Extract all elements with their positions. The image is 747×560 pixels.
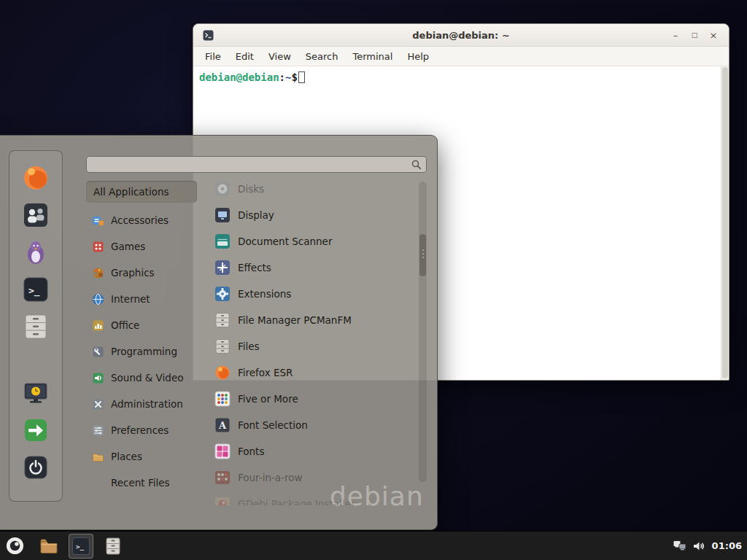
category-accessories[interactable]: Accessories [86,207,197,233]
menu-view[interactable]: View [261,51,298,62]
app-list-scrollbar[interactable] [419,182,427,482]
programming-icon [92,346,104,358]
app-item-files[interactable]: Files [209,333,416,359]
disks-icon [214,181,231,197]
menu-terminal[interactable]: Terminal [345,51,400,62]
favorites-column: >_ [9,150,63,502]
app-item-four-in-a-row[interactable]: Four-in-a-row [209,464,416,491]
prompt-user-host: debian@debian [199,71,279,83]
preferences-icon [92,424,104,437]
clock[interactable]: 01:06 [712,540,742,551]
app-item-document-scanner[interactable]: Document Scanner [209,228,416,254]
menu-help[interactable]: Help [400,51,436,62]
application-menu: debian >_ [0,135,438,530]
fonts-icon [214,443,231,459]
file-cabinet-icon [104,537,122,556]
firefox-esr-icon [214,365,231,381]
pcmanfm-icon [214,312,231,328]
search-bar [86,156,427,173]
menu-file[interactable]: File [198,51,228,62]
category-preferences[interactable]: Preferences [86,417,197,443]
menu-search[interactable]: Search [298,51,346,62]
terminal-app-icon [203,30,214,41]
menu-edit[interactable]: Edit [228,51,261,62]
minimize-button[interactable]: – [666,27,685,43]
graphics-icon [92,267,104,279]
taskbar-panel: >_ 01:06 [0,531,747,560]
shutdown-icon[interactable] [22,454,50,481]
app-list-scrollbar-thumb[interactable] [419,234,426,276]
games-icon [92,241,104,253]
category-list: All Applications Accessories Games Graph… [86,181,197,496]
search-icon [411,160,422,170]
document-scanner-icon [214,233,231,249]
category-places[interactable]: Places [86,443,197,470]
terminal-cursor [298,71,305,83]
category-internet[interactable]: Internet [86,286,197,312]
firefox-icon[interactable] [22,164,50,192]
terminal-window-button[interactable]: >_ [69,534,93,559]
svg-text:A: A [218,420,227,431]
category-recent-files[interactable]: Recent Files [86,470,197,496]
app-item-firefox-esr[interactable]: Firefox ESR [209,359,416,386]
app-item-disks[interactable]: Disks [209,176,416,202]
users-icon[interactable] [22,201,50,229]
pidgin-icon[interactable] [22,238,50,266]
app-item-pcmanfm[interactable]: File Manager PCManFM [209,307,416,333]
files-launcher[interactable] [101,534,125,559]
application-list: Disks Display Document Scanner Effects E… [209,176,416,505]
gdebi-icon [214,496,231,505]
category-sound-video[interactable]: Sound & Video [86,365,197,391]
app-item-effects[interactable]: Effects [209,254,416,281]
menu-logo-icon [5,536,25,556]
svg-text:>_: >_ [28,285,40,297]
logout-icon[interactable] [22,416,50,444]
prompt-symbol: $ [291,71,297,83]
sound-video-icon [92,372,104,384]
app-item-font-selection[interactable]: A Font Selection [209,412,416,438]
close-button[interactable]: × [704,27,723,43]
network-icon[interactable] [673,540,686,551]
terminal-scrollbar[interactable] [721,66,729,380]
app-item-display[interactable]: Display [209,202,416,228]
effects-icon [214,260,231,276]
files-icon [214,338,231,354]
volume-icon[interactable] [693,541,705,551]
display-icon [214,207,231,223]
terminal-titlebar[interactable]: debian@debian: ~ – □ × [193,24,729,47]
office-icon [92,319,104,332]
administration-icon [92,398,104,411]
window-title: debian@debian: ~ [193,30,729,41]
terminal-icon[interactable]: >_ [22,276,50,303]
category-all-applications[interactable]: All Applications [86,181,197,203]
app-item-five-or-more[interactable]: Five or More [209,386,416,412]
menu-button[interactable] [0,532,29,560]
category-programming[interactable]: Programming [86,338,197,365]
app-item-extensions[interactable]: Extensions [209,281,416,307]
lock-screen-icon[interactable] [22,379,50,407]
terminal-icon: >_ [71,537,90,556]
internet-icon [92,293,104,306]
accessories-icon [92,214,104,227]
svg-text:>_: >_ [76,543,84,551]
places-icon [92,451,104,463]
five-or-more-icon [214,391,231,407]
four-in-a-row-icon [214,470,231,486]
category-office[interactable]: Office [86,312,197,338]
prompt-separator: : [279,71,285,83]
desktop: debian@debian: ~ – □ × File Edit View Se… [0,0,747,560]
file-manager-icon[interactable] [22,313,50,341]
app-item-fonts[interactable]: Fonts [209,438,416,464]
app-item-gdebi[interactable]: GDebi Package Installer [209,491,416,505]
category-administration[interactable]: Administration [86,391,197,417]
terminal-menubar: File Edit View Search Terminal Help [193,47,729,66]
folder-icon [39,537,58,556]
extensions-icon [214,286,231,302]
search-input[interactable] [91,159,411,170]
category-graphics[interactable]: Graphics [86,260,197,286]
maximize-button[interactable]: □ [685,27,704,43]
font-selection-icon: A [214,417,231,433]
terminal-scrollbar-thumb[interactable] [722,67,728,378]
category-games[interactable]: Games [86,233,197,260]
file-manager-launcher[interactable] [36,534,61,559]
